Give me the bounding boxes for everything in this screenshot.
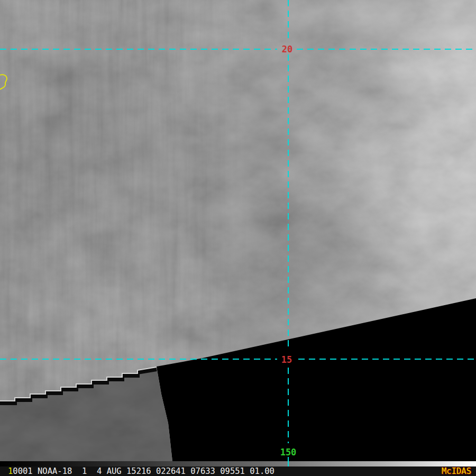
- lat-label-20: 20: [282, 44, 292, 54]
- lon-label-150: 150: [280, 447, 297, 457]
- satellite-image-canvas[interactable]: 20 15 150: [0, 0, 476, 461]
- lat-label-15: 15: [281, 354, 292, 365]
- image-info: 0001 NOAA-18 1 4 AUG 15216 022641 07633 …: [13, 466, 274, 476]
- mcidas-display-window: 20 15 150 10001 NOAA-18 1 4 AUG 15216 02…: [0, 0, 476, 476]
- mcidas-brand-label: McIDAS: [442, 466, 471, 476]
- image-status-text: 10001 NOAA-18 1 4 AUG 15216 022641 07633…: [8, 466, 274, 476]
- status-bar: 10001 NOAA-18 1 4 AUG 15216 022641 07633…: [0, 466, 476, 476]
- grayscale-wedge: [0, 461, 476, 466]
- frame-number: 1: [8, 466, 13, 476]
- wedge-cursor-tick: [288, 461, 289, 466]
